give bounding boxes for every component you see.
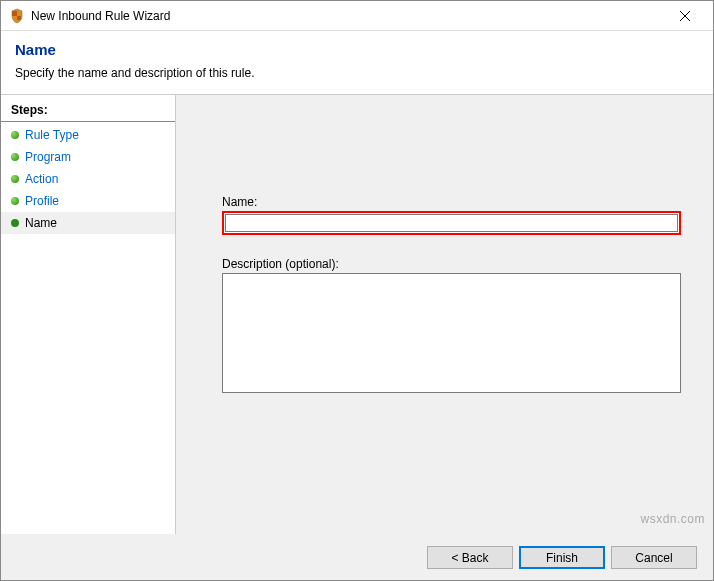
watermark-text: wsxdn.com bbox=[640, 512, 705, 526]
step-label: Rule Type bbox=[25, 128, 79, 142]
step-action[interactable]: Action bbox=[1, 168, 175, 190]
name-label: Name: bbox=[222, 195, 681, 209]
window-title: New Inbound Rule Wizard bbox=[31, 9, 665, 23]
svg-rect-1 bbox=[17, 16, 21, 20]
wizard-header: Name Specify the name and description of… bbox=[1, 31, 713, 95]
close-button[interactable] bbox=[665, 2, 705, 30]
main-panel: Name: Description (optional): bbox=[176, 95, 713, 534]
bullet-icon bbox=[11, 131, 19, 139]
bullet-icon bbox=[11, 219, 19, 227]
back-button[interactable]: < Back bbox=[427, 546, 513, 569]
step-profile[interactable]: Profile bbox=[1, 190, 175, 212]
name-input-highlight bbox=[222, 211, 681, 235]
step-label: Program bbox=[25, 150, 71, 164]
description-label: Description (optional): bbox=[222, 257, 681, 271]
svg-rect-0 bbox=[12, 11, 17, 16]
bullet-icon bbox=[11, 197, 19, 205]
page-title: Name bbox=[15, 41, 699, 58]
step-program[interactable]: Program bbox=[1, 146, 175, 168]
step-label: Profile bbox=[25, 194, 59, 208]
bullet-icon bbox=[11, 175, 19, 183]
wizard-window: New Inbound Rule Wizard Name Specify the… bbox=[0, 0, 714, 581]
bullet-icon bbox=[11, 153, 19, 161]
wizard-footer: < Back Finish Cancel bbox=[1, 534, 713, 580]
step-label: Action bbox=[25, 172, 58, 186]
step-name[interactable]: Name bbox=[1, 212, 175, 234]
steps-sidebar: Steps: Rule Type Program Action Profile … bbox=[1, 95, 176, 534]
steps-heading: Steps: bbox=[1, 99, 175, 122]
close-icon bbox=[680, 11, 690, 21]
step-label: Name bbox=[25, 216, 57, 230]
name-input[interactable] bbox=[225, 214, 678, 232]
page-subtitle: Specify the name and description of this… bbox=[15, 66, 699, 80]
description-input[interactable] bbox=[222, 273, 681, 393]
step-rule-type[interactable]: Rule Type bbox=[1, 124, 175, 146]
finish-button[interactable]: Finish bbox=[519, 546, 605, 569]
titlebar: New Inbound Rule Wizard bbox=[1, 1, 713, 31]
firewall-shield-icon bbox=[9, 8, 25, 24]
cancel-button[interactable]: Cancel bbox=[611, 546, 697, 569]
wizard-body: Steps: Rule Type Program Action Profile … bbox=[1, 95, 713, 534]
